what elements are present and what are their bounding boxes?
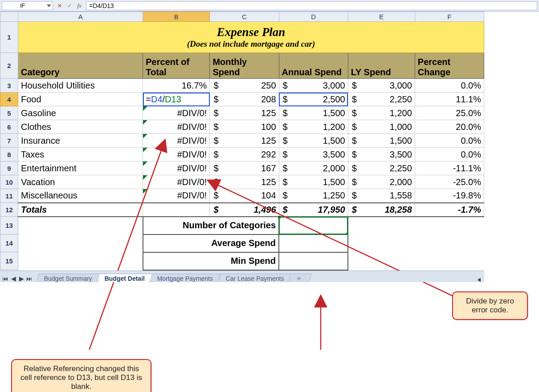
row-header-2[interactable]: 2 xyxy=(0,53,18,79)
dropdown-arrow-icon[interactable] xyxy=(47,4,51,7)
row-header-8[interactable]: 8 xyxy=(0,148,18,162)
cell-E3[interactable]: $3,000 xyxy=(348,79,415,93)
cell-F14[interactable] xyxy=(415,234,484,252)
cell-F15[interactable] xyxy=(415,252,484,270)
header-D[interactable]: Annual Spend xyxy=(279,53,348,79)
cell-F10[interactable]: -25.0% xyxy=(415,175,484,189)
cell-C6[interactable]: $100 xyxy=(210,120,279,134)
header-E[interactable]: LY Spend xyxy=(348,53,415,79)
cell-C4[interactable]: $208 xyxy=(210,93,279,106)
row-header-9[interactable]: 9 xyxy=(0,162,18,175)
select-all-corner[interactable] xyxy=(0,12,18,22)
header-A[interactable]: Category xyxy=(18,53,143,79)
row-header-1[interactable]: 1 xyxy=(0,22,18,53)
cell-F11[interactable]: -19.8% xyxy=(415,189,484,203)
cell-D5[interactable]: $1,500 xyxy=(279,106,348,120)
cell-C5[interactable]: $125 xyxy=(210,106,279,120)
cell-F6[interactable]: 20.0% xyxy=(415,120,484,134)
tab-nav-prev-icon[interactable]: ◀ xyxy=(10,275,17,282)
header-C[interactable]: Monthly Spend xyxy=(210,53,279,79)
cell-D14[interactable] xyxy=(279,234,348,252)
cell-E5[interactable]: $1,200 xyxy=(348,106,415,120)
cell-A3[interactable]: Household Utilities xyxy=(18,79,143,93)
col-header-F[interactable]: F xyxy=(415,12,484,22)
sheet-tab-car-lease-payments[interactable]: Car Lease Payments xyxy=(218,274,292,282)
cell-D10[interactable]: $1,500 xyxy=(279,175,348,189)
col-header-D[interactable]: D xyxy=(279,12,348,22)
col-header-A[interactable]: A xyxy=(18,12,143,22)
cell-F12[interactable]: -1.7% xyxy=(415,203,484,217)
cell-D11[interactable]: $1,250 xyxy=(279,189,348,203)
cell-F3[interactable]: 0.0% xyxy=(415,79,484,93)
cell-B10[interactable]: #DIV/0! xyxy=(143,175,210,189)
cell-E13[interactable] xyxy=(348,217,415,234)
tab-scroll-left-button[interactable] xyxy=(474,278,484,282)
cell-E6[interactable]: $1,000 xyxy=(348,120,415,134)
summary-label-15[interactable]: Min Spend xyxy=(143,252,279,270)
name-box[interactable]: IF xyxy=(2,1,53,10)
title-cell[interactable]: Expense Plan(Does not include mortgage a… xyxy=(18,22,484,53)
cell-A12[interactable]: Totals xyxy=(18,203,143,217)
cell-E4[interactable]: $2,250 xyxy=(348,93,415,106)
col-header-C[interactable]: C xyxy=(210,12,279,22)
row-header-13[interactable]: 13 xyxy=(0,217,18,234)
tab-nav-first-icon[interactable]: ⏮ xyxy=(2,275,9,282)
cell-D8[interactable]: $3,500 xyxy=(279,148,348,162)
sheet-tab-mortgage-payments[interactable]: Mortgage Payments xyxy=(150,274,220,282)
cell-B8[interactable]: #DIV/0! xyxy=(143,148,210,162)
row-header-15[interactable]: 15 xyxy=(0,252,18,270)
cell-F9[interactable]: -11.1% xyxy=(415,162,484,175)
cell-B9[interactable]: #DIV/0! xyxy=(143,162,210,175)
cell-D13[interactable] xyxy=(279,217,348,234)
summary-label-13[interactable]: Number of Categories xyxy=(143,217,279,234)
cell-F13[interactable] xyxy=(415,217,484,234)
cell-A11[interactable]: Miscellaneous xyxy=(18,189,143,203)
cell-F7[interactable]: 0.0% xyxy=(415,134,484,148)
insert-sheet-tab[interactable]: ✧ xyxy=(289,274,312,282)
cell-B6[interactable]: #DIV/0! xyxy=(143,120,210,134)
cell-C3[interactable]: $250 xyxy=(210,79,279,93)
cell-E12[interactable]: $18,258 xyxy=(348,203,415,217)
sheet-tab-budget-summary[interactable]: Budget Summary xyxy=(37,274,100,282)
cell-F8[interactable]: 0.0% xyxy=(415,148,484,162)
cell-F5[interactable]: 25.0% xyxy=(415,106,484,120)
cell-B7[interactable]: #DIV/0! xyxy=(143,134,210,148)
cell-C8[interactable]: $292 xyxy=(210,148,279,162)
cell-A6[interactable]: Clothes xyxy=(18,120,143,134)
header-B[interactable]: Percent of Total xyxy=(143,53,210,79)
cell-C7[interactable]: $125 xyxy=(210,134,279,148)
cell-A8[interactable]: Taxes xyxy=(18,148,143,162)
row-header-10[interactable]: 10 xyxy=(0,175,18,189)
row-header-5[interactable]: 5 xyxy=(0,106,18,120)
row-header-14[interactable]: 14 xyxy=(0,234,18,252)
fx-button[interactable]: fx xyxy=(74,1,84,10)
cell-E15[interactable] xyxy=(348,252,415,270)
sheet-tab-budget-detail[interactable]: Budget Detail xyxy=(97,274,152,282)
header-F[interactable]: Percent Change xyxy=(415,53,484,79)
cell-D7[interactable]: $1,500 xyxy=(279,134,348,148)
cell-B5[interactable]: #DIV/0! xyxy=(143,106,210,120)
cell-E7[interactable]: $1,500 xyxy=(348,134,415,148)
row-header-7[interactable]: 7 xyxy=(0,134,18,148)
tab-nav-last-icon[interactable]: ⏭ xyxy=(26,275,33,282)
cell-A4[interactable]: Food xyxy=(18,93,143,106)
cell-D12[interactable]: $17,950 xyxy=(279,203,348,217)
cell-D15[interactable] xyxy=(279,252,348,270)
cell-E10[interactable]: $2,000 xyxy=(348,175,415,189)
summary-label-14[interactable]: Average Spend xyxy=(143,234,279,252)
cell-F4[interactable]: 11.1% xyxy=(415,93,484,106)
formula-input[interactable]: =D4/D13 xyxy=(86,1,537,10)
cell-B3[interactable]: 16.7% xyxy=(143,79,210,93)
col-header-B[interactable]: B xyxy=(143,12,210,22)
cell-A5[interactable]: Gasoline xyxy=(18,106,143,120)
cell-C12[interactable]: $1,496 xyxy=(210,203,279,217)
cell-C10[interactable]: $125 xyxy=(210,175,279,189)
cell-A7[interactable]: Insurance xyxy=(18,134,143,148)
row-header-6[interactable]: 6 xyxy=(0,120,18,134)
cell-E9[interactable]: $2,250 xyxy=(348,162,415,175)
cell-A10[interactable]: Vacation xyxy=(18,175,143,189)
cell-C11[interactable]: $104 xyxy=(210,189,279,203)
cell-D6[interactable]: $1,200 xyxy=(279,120,348,134)
row-header-3[interactable]: 3 xyxy=(0,79,18,93)
cell-B12[interactable] xyxy=(143,203,210,217)
